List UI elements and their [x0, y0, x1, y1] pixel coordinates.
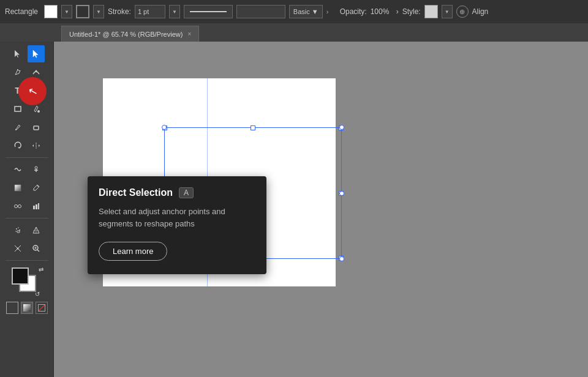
svg-point-13	[35, 166, 37, 169]
svg-rect-8	[34, 126, 39, 130]
reset-default-colors-icon[interactable]: ↺	[35, 291, 43, 299]
svg-point-2	[17, 69, 18, 70]
fill-dropdown[interactable]: ▼	[61, 5, 72, 18]
warp-tools-row	[9, 161, 45, 178]
gradient-tool-btn[interactable]	[9, 179, 26, 196]
blend-tool-btn[interactable]	[9, 198, 26, 215]
opacity-expand-btn[interactable]: ›	[326, 8, 336, 15]
selection-tool-btn[interactable]	[9, 45, 26, 62]
anchor-bottom-right	[339, 256, 344, 261]
style-swatch[interactable]	[424, 5, 438, 18]
perspective-grid-btn[interactable]	[28, 222, 45, 239]
rect-tool-btn[interactable]	[9, 100, 26, 118]
canvas-area: Direct Selection A Select and adjust anc…	[54, 42, 588, 377]
mesh-tool-btn[interactable]	[9, 240, 26, 257]
view-mode-row	[6, 302, 48, 314]
color-boxes-area: ↺ ⇄	[10, 266, 43, 299]
svg-rect-39	[9, 304, 16, 312]
reflect-tool-btn[interactable]	[28, 137, 45, 154]
fill-swatch[interactable]	[44, 5, 58, 18]
anchor-top-left	[162, 125, 167, 130]
swap-colors-icon[interactable]: ⇄	[39, 266, 43, 273]
stroke-unit-dropdown[interactable]: ▼	[169, 5, 180, 18]
svg-point-24	[16, 228, 17, 230]
tool-divider-1	[6, 157, 48, 158]
warp-tool-btn[interactable]	[9, 161, 26, 178]
top-toolbar: Rectangle ▼ ▼ Stroke: 1 pt ▼ Basic ▼ › O…	[0, 0, 588, 23]
tab-bar: Untitled-1* @ 65.74 % (RGB/Preview) ×	[0, 23, 588, 42]
stroke-dropdown[interactable]: ▼	[93, 5, 104, 18]
tooltip-title-row: Direct Selection A	[99, 187, 255, 198]
stroke-input[interactable]: 1 pt	[135, 5, 165, 18]
svg-point-27	[15, 231, 17, 232]
pencil-tools-row	[9, 119, 45, 136]
tooltip-description: Select and adjust anchor points and segm…	[99, 206, 255, 230]
active-tab[interactable]: Untitled-1* @ 65.74 % (RGB/Preview) ×	[61, 26, 199, 42]
opacity-label: Opacity:	[340, 7, 367, 16]
pencil-tool-btn[interactable]	[9, 119, 26, 136]
svg-rect-28	[17, 231, 20, 233]
tooltip-key-badge: A	[179, 187, 194, 198]
learn-more-button[interactable]: Learn more	[99, 242, 167, 261]
cursor-indicator: ↖	[18, 77, 47, 105]
tool-name-label: Rectangle	[5, 7, 38, 16]
stroke-swatch[interactable]	[76, 5, 89, 18]
mesh-tools-row	[9, 240, 45, 257]
svg-rect-21	[33, 206, 35, 209]
anchor-mid-right	[339, 191, 344, 196]
svg-marker-0	[15, 50, 20, 58]
svg-marker-1	[33, 50, 38, 58]
svg-point-19	[18, 205, 21, 208]
dash-preview[interactable]	[184, 5, 233, 18]
none-mode-btn[interactable]	[36, 302, 48, 314]
eyedropper-tool-btn[interactable]	[28, 179, 45, 196]
tab-close-btn[interactable]: ×	[187, 31, 191, 37]
stroke-style-input[interactable]	[236, 5, 285, 18]
svg-rect-16	[15, 185, 21, 191]
blend-tools-row	[9, 198, 45, 215]
globe-icon[interactable]: ⊕	[456, 6, 469, 18]
symbol-tools-row	[9, 222, 45, 239]
svg-marker-11	[32, 144, 34, 147]
puppet-warp-btn[interactable]	[28, 161, 45, 178]
svg-point-17	[37, 185, 39, 187]
style-label: Style:	[402, 7, 421, 16]
stroke-label: Stroke:	[108, 7, 131, 16]
style-dropdown[interactable]: ▼	[442, 5, 453, 18]
dash-line	[190, 11, 227, 12]
svg-line-36	[37, 250, 39, 252]
svg-rect-22	[36, 204, 37, 209]
svg-rect-23	[38, 203, 39, 209]
rotate-tool-btn[interactable]	[9, 137, 26, 154]
pen-tool-btn[interactable]	[9, 64, 26, 81]
svg-line-41	[38, 304, 45, 312]
tool-divider-2	[6, 218, 48, 218]
color-mode-btn[interactable]	[6, 302, 18, 314]
svg-point-18	[14, 205, 17, 208]
transform-tools-row	[9, 137, 45, 154]
svg-marker-12	[39, 144, 40, 147]
svg-point-3	[35, 70, 37, 72]
gradient-mode-btn[interactable]	[21, 302, 33, 314]
handle-top-middle[interactable]	[251, 125, 255, 130]
gradient-tools-row	[9, 179, 45, 196]
direct-selection-tool-btn[interactable]	[28, 45, 45, 62]
tooltip-popup: Direct Selection A Select and adjust anc…	[88, 176, 266, 274]
opacity-arrow[interactable]: ›	[396, 7, 399, 16]
fill-dropdown-arrow: ▼	[64, 9, 69, 15]
cursor-arrow-icon: ↖	[26, 83, 39, 99]
eraser-tool-btn[interactable]	[28, 119, 45, 136]
stroke-dropdown-arrow: ▼	[96, 9, 101, 15]
tool-divider-3	[6, 260, 48, 261]
align-label: Align	[472, 7, 489, 16]
tab-title: Untitled-1* @ 65.74 % (RGB/Preview)	[69, 31, 183, 38]
tooltip-title: Direct Selection	[99, 187, 173, 198]
opacity-value: 100%	[371, 7, 393, 16]
anchor-top-right	[339, 125, 344, 130]
svg-point-6	[37, 110, 40, 113]
foreground-color-box[interactable]	[12, 267, 29, 285]
profile-dropdown[interactable]: Basic ▼	[289, 5, 323, 18]
symbol-sprayer-btn[interactable]	[9, 222, 26, 239]
zoom-tool-btn[interactable]	[28, 240, 45, 257]
column-graph-btn[interactable]	[28, 198, 45, 215]
